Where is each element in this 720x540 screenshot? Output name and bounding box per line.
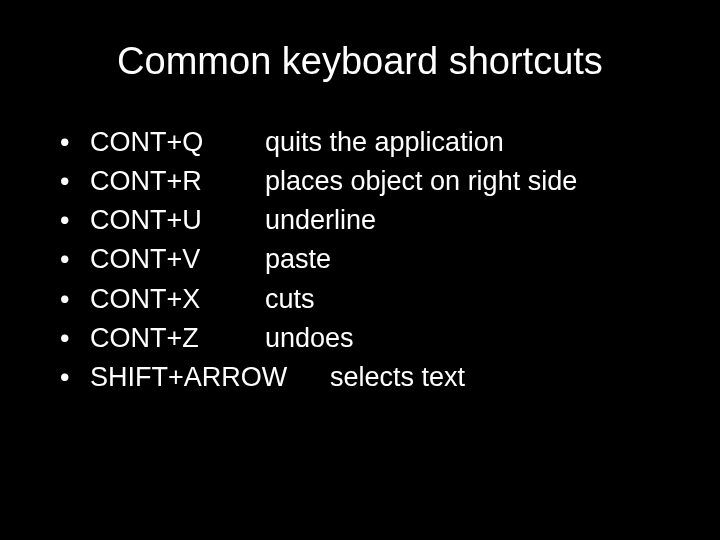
list-item: • CONT+V paste [60,240,670,279]
bullet-icon: • [60,319,90,358]
item-content: CONT+R places object on right side [90,162,670,201]
bullet-icon: • [60,123,90,162]
list-item: • SHIFT+ARROW selects text [60,358,670,397]
shortcut-key: CONT+Q [90,123,265,162]
bullet-icon: • [60,358,90,397]
shortcut-description: paste [265,240,331,279]
item-content: CONT+X cuts [90,280,670,319]
list-item: • CONT+Q quits the application [60,123,670,162]
list-item: • CONT+R places object on right side [60,162,670,201]
shortcut-key: CONT+U [90,201,265,240]
item-content: CONT+Z undoes [90,319,670,358]
bullet-icon: • [60,240,90,279]
item-content: CONT+U underline [90,201,670,240]
shortcut-key: SHIFT+ARROW [90,358,330,397]
list-item: • CONT+Z undoes [60,319,670,358]
shortcut-key: CONT+Z [90,319,265,358]
shortcut-description: underline [265,201,376,240]
shortcut-description: cuts [265,280,315,319]
shortcut-list: • CONT+Q quits the application • CONT+R … [50,123,670,397]
item-content: CONT+Q quits the application [90,123,670,162]
shortcut-key: CONT+V [90,240,265,279]
shortcut-key: CONT+X [90,280,265,319]
list-item: • CONT+X cuts [60,280,670,319]
bullet-icon: • [60,280,90,319]
list-item: • CONT+U underline [60,201,670,240]
slide: Common keyboard shortcuts • CONT+Q quits… [0,0,720,540]
item-content: CONT+V paste [90,240,670,279]
bullet-icon: • [60,201,90,240]
shortcut-description: selects text [330,358,465,397]
bullet-icon: • [60,162,90,201]
slide-title: Common keyboard shortcuts [50,40,670,83]
shortcut-key: CONT+R [90,162,265,201]
shortcut-description: undoes [265,319,354,358]
shortcut-description: places object on right side [265,162,577,201]
shortcut-description: quits the application [265,123,504,162]
item-content: SHIFT+ARROW selects text [90,358,670,397]
